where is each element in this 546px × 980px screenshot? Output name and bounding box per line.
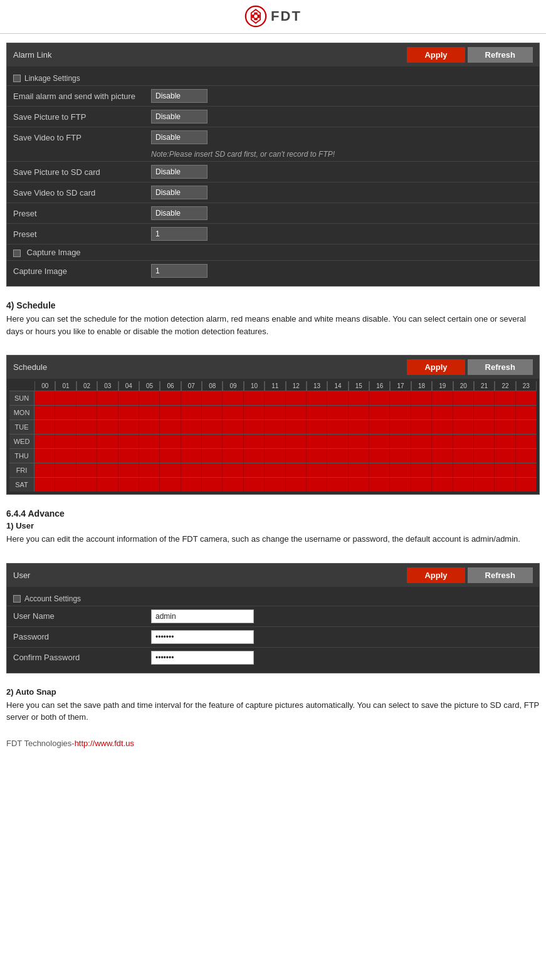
alarm-link-apply-button[interactable]: Apply bbox=[407, 47, 465, 63]
time-cell-mon-06[interactable] bbox=[160, 406, 181, 419]
time-cell-mon-11[interactable] bbox=[265, 406, 285, 419]
time-cell-sat-21[interactable] bbox=[474, 478, 495, 492]
time-cell-wed-03[interactable] bbox=[97, 435, 118, 448]
time-cell-thu-14[interactable] bbox=[327, 449, 348, 463]
schedule-apply-button[interactable]: Apply bbox=[407, 359, 465, 375]
confirm-password-input[interactable] bbox=[151, 651, 254, 665]
time-cell-mon-15[interactable] bbox=[349, 406, 369, 419]
time-cell-thu-19[interactable] bbox=[432, 449, 453, 463]
save-picture-sd-select[interactable]: DisableEnable bbox=[151, 165, 207, 179]
time-cell-thu-10[interactable] bbox=[244, 449, 265, 463]
time-cell-thu-02[interactable] bbox=[76, 449, 97, 463]
time-cell-mon-19[interactable] bbox=[432, 406, 453, 419]
time-cell-sat-05[interactable] bbox=[139, 478, 160, 492]
time-cell-wed-02[interactable] bbox=[76, 435, 97, 448]
time-cell-sat-16[interactable] bbox=[369, 478, 390, 492]
time-cell-tue-01[interactable] bbox=[55, 420, 76, 434]
time-cell-thu-03[interactable] bbox=[97, 449, 118, 463]
user-apply-button[interactable]: Apply bbox=[407, 567, 465, 583]
time-cell-sun-21[interactable] bbox=[474, 391, 495, 405]
time-cell-mon-02[interactable] bbox=[76, 406, 97, 419]
time-cell-wed-06[interactable] bbox=[160, 435, 181, 448]
password-input[interactable] bbox=[151, 630, 254, 644]
time-cell-tue-12[interactable] bbox=[286, 420, 307, 434]
time-cell-sat-09[interactable] bbox=[223, 478, 243, 492]
time-cell-tue-07[interactable] bbox=[181, 420, 202, 434]
time-cell-sat-23[interactable] bbox=[516, 478, 537, 492]
alarm-link-refresh-button[interactable]: Refresh bbox=[468, 47, 533, 63]
time-cell-mon-22[interactable] bbox=[495, 406, 515, 419]
user-refresh-button[interactable]: Refresh bbox=[468, 567, 533, 583]
time-cell-sun-16[interactable] bbox=[369, 391, 390, 405]
time-cell-fri-05[interactable] bbox=[139, 463, 160, 477]
time-cell-tue-03[interactable] bbox=[97, 420, 118, 434]
time-cell-sat-02[interactable] bbox=[76, 478, 97, 492]
username-input[interactable] bbox=[151, 609, 254, 623]
time-cell-thu-21[interactable] bbox=[474, 449, 495, 463]
time-cell-wed-00[interactable] bbox=[34, 435, 55, 448]
time-cell-thu-20[interactable] bbox=[453, 449, 474, 463]
time-cell-sat-03[interactable] bbox=[97, 478, 118, 492]
time-cell-sun-09[interactable] bbox=[223, 391, 243, 405]
time-cell-fri-01[interactable] bbox=[55, 463, 76, 477]
time-cell-thu-12[interactable] bbox=[286, 449, 307, 463]
time-cell-fri-16[interactable] bbox=[369, 463, 390, 477]
time-cell-sun-02[interactable] bbox=[76, 391, 97, 405]
time-cell-thu-00[interactable] bbox=[34, 449, 55, 463]
account-settings-checkbox[interactable] bbox=[13, 595, 21, 603]
time-cell-wed-01[interactable] bbox=[55, 435, 76, 448]
time-cell-mon-21[interactable] bbox=[474, 406, 495, 419]
time-cell-tue-02[interactable] bbox=[76, 420, 97, 434]
time-cell-fri-14[interactable] bbox=[327, 463, 348, 477]
time-cell-mon-01[interactable] bbox=[55, 406, 76, 419]
time-cell-sun-05[interactable] bbox=[139, 391, 160, 405]
time-cell-fri-07[interactable] bbox=[181, 463, 202, 477]
time-cell-thu-18[interactable] bbox=[411, 449, 432, 463]
time-cell-fri-13[interactable] bbox=[307, 463, 327, 477]
time-cell-sun-14[interactable] bbox=[327, 391, 348, 405]
save-video-sd-select[interactable]: DisableEnable bbox=[151, 186, 207, 199]
time-cell-tue-10[interactable] bbox=[244, 420, 265, 434]
time-cell-tue-22[interactable] bbox=[495, 420, 515, 434]
time-cell-thu-05[interactable] bbox=[139, 449, 160, 463]
time-cell-sun-03[interactable] bbox=[97, 391, 118, 405]
time-cell-sun-20[interactable] bbox=[453, 391, 474, 405]
time-cell-mon-08[interactable] bbox=[202, 406, 223, 419]
time-cell-mon-03[interactable] bbox=[97, 406, 118, 419]
time-cell-thu-22[interactable] bbox=[495, 449, 515, 463]
time-cell-sun-10[interactable] bbox=[244, 391, 265, 405]
time-cell-sat-22[interactable] bbox=[495, 478, 515, 492]
time-cell-thu-15[interactable] bbox=[349, 449, 369, 463]
time-cell-sun-01[interactable] bbox=[55, 391, 76, 405]
time-cell-tue-05[interactable] bbox=[139, 420, 160, 434]
time-cell-wed-16[interactable] bbox=[369, 435, 390, 448]
time-cell-wed-07[interactable] bbox=[181, 435, 202, 448]
time-cell-sat-01[interactable] bbox=[55, 478, 76, 492]
time-cell-mon-16[interactable] bbox=[369, 406, 390, 419]
time-cell-fri-22[interactable] bbox=[495, 463, 515, 477]
time-cell-thu-17[interactable] bbox=[390, 449, 411, 463]
time-cell-tue-19[interactable] bbox=[432, 420, 453, 434]
time-cell-sun-07[interactable] bbox=[181, 391, 202, 405]
save-video-ftp-select[interactable]: DisableEnable bbox=[151, 130, 207, 144]
time-cell-thu-07[interactable] bbox=[181, 449, 202, 463]
time-cell-sat-12[interactable] bbox=[286, 478, 307, 492]
save-picture-ftp-select[interactable]: DisableEnable bbox=[151, 110, 207, 124]
time-cell-sat-07[interactable] bbox=[181, 478, 202, 492]
time-cell-fri-15[interactable] bbox=[349, 463, 369, 477]
time-cell-mon-18[interactable] bbox=[411, 406, 432, 419]
time-cell-fri-08[interactable] bbox=[202, 463, 223, 477]
linkage-settings-checkbox[interactable] bbox=[13, 75, 21, 82]
time-cell-fri-12[interactable] bbox=[286, 463, 307, 477]
time-cell-sat-00[interactable] bbox=[34, 478, 55, 492]
time-cell-sun-06[interactable] bbox=[160, 391, 181, 405]
time-cell-wed-11[interactable] bbox=[265, 435, 285, 448]
time-cell-tue-08[interactable] bbox=[202, 420, 223, 434]
time-cell-mon-17[interactable] bbox=[390, 406, 411, 419]
time-cell-thu-06[interactable] bbox=[160, 449, 181, 463]
time-cell-mon-04[interactable] bbox=[118, 406, 139, 419]
time-cell-sun-00[interactable] bbox=[34, 391, 55, 405]
time-cell-sun-19[interactable] bbox=[432, 391, 453, 405]
time-cell-sat-04[interactable] bbox=[118, 478, 139, 492]
time-cell-fri-10[interactable] bbox=[244, 463, 265, 477]
